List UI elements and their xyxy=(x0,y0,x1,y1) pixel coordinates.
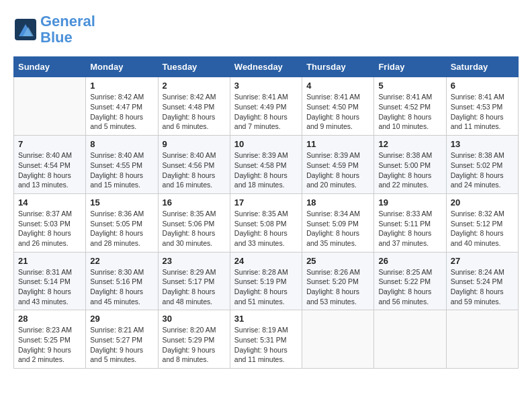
weekday-header-friday: Friday xyxy=(374,57,446,77)
calendar-cell: 19Sunrise: 8:33 AMSunset: 5:11 PMDayligh… xyxy=(374,193,446,252)
logo-text: General Blue xyxy=(40,13,95,46)
calendar-table: SundayMondayTuesdayWednesdayThursdayFrid… xyxy=(13,56,519,369)
calendar-cell: 29Sunrise: 8:21 AMSunset: 5:27 PMDayligh… xyxy=(86,310,158,369)
calendar-cell xyxy=(446,310,518,369)
calendar-cell: 15Sunrise: 8:36 AMSunset: 5:05 PMDayligh… xyxy=(86,193,158,252)
day-info: Sunrise: 8:25 AMSunset: 5:22 PMDaylight:… xyxy=(378,267,441,307)
calendar-cell: 22Sunrise: 8:30 AMSunset: 5:16 PMDayligh… xyxy=(86,252,158,310)
logo-line1: General xyxy=(40,13,95,30)
day-number: 7 xyxy=(18,139,81,149)
calendar-cell: 23Sunrise: 8:29 AMSunset: 5:17 PMDayligh… xyxy=(158,252,230,310)
day-info: Sunrise: 8:32 AMSunset: 5:12 PMDaylight:… xyxy=(451,209,514,248)
day-number: 6 xyxy=(451,81,514,91)
calendar-cell: 16Sunrise: 8:35 AMSunset: 5:06 PMDayligh… xyxy=(158,193,230,252)
weekday-header-saturday: Saturday xyxy=(446,57,518,77)
calendar-cell xyxy=(302,310,374,369)
calendar-cell: 5Sunrise: 8:41 AMSunset: 4:52 PMDaylight… xyxy=(374,77,446,136)
calendar-cell: 21Sunrise: 8:31 AMSunset: 5:14 PMDayligh… xyxy=(14,252,86,310)
day-info: Sunrise: 8:35 AMSunset: 5:08 PMDaylight:… xyxy=(234,209,298,248)
day-number: 30 xyxy=(163,314,226,324)
day-info: Sunrise: 8:34 AMSunset: 5:09 PMDaylight:… xyxy=(306,209,369,248)
day-number: 28 xyxy=(18,314,81,324)
day-info: Sunrise: 8:28 AMSunset: 5:19 PMDaylight:… xyxy=(234,267,298,307)
calendar-cell: 1Sunrise: 8:42 AMSunset: 4:47 PMDaylight… xyxy=(86,77,158,136)
day-info: Sunrise: 8:38 AMSunset: 5:00 PMDaylight:… xyxy=(378,150,441,190)
day-number: 19 xyxy=(378,197,441,208)
day-number: 17 xyxy=(234,197,298,208)
day-info: Sunrise: 8:20 AMSunset: 5:29 PMDaylight:… xyxy=(163,325,226,365)
calendar-cell: 18Sunrise: 8:34 AMSunset: 5:09 PMDayligh… xyxy=(302,193,374,252)
day-info: Sunrise: 8:23 AMSunset: 5:25 PMDaylight:… xyxy=(18,325,81,365)
calendar-cell: 26Sunrise: 8:25 AMSunset: 5:22 PMDayligh… xyxy=(374,252,446,310)
day-info: Sunrise: 8:19 AMSunset: 5:31 PMDaylight:… xyxy=(234,325,298,365)
day-number: 11 xyxy=(306,139,369,149)
weekday-header-sunday: Sunday xyxy=(14,57,86,77)
day-number: 9 xyxy=(163,139,226,149)
day-number: 2 xyxy=(163,81,226,91)
weekday-header-row: SundayMondayTuesdayWednesdayThursdayFrid… xyxy=(14,57,519,77)
day-info: Sunrise: 8:41 AMSunset: 4:50 PMDaylight:… xyxy=(306,92,369,132)
calendar-week-row: 21Sunrise: 8:31 AMSunset: 5:14 PMDayligh… xyxy=(14,252,519,310)
day-info: Sunrise: 8:24 AMSunset: 5:24 PMDaylight:… xyxy=(451,267,514,307)
calendar-cell: 28Sunrise: 8:23 AMSunset: 5:25 PMDayligh… xyxy=(14,310,86,369)
day-number: 4 xyxy=(306,81,369,91)
logo: General Blue xyxy=(13,13,95,46)
day-number: 1 xyxy=(90,81,153,91)
day-info: Sunrise: 8:38 AMSunset: 5:02 PMDaylight:… xyxy=(451,150,514,190)
day-info: Sunrise: 8:26 AMSunset: 5:20 PMDaylight:… xyxy=(306,267,369,307)
day-number: 29 xyxy=(90,314,153,324)
day-info: Sunrise: 8:41 AMSunset: 4:53 PMDaylight:… xyxy=(451,92,514,132)
day-info: Sunrise: 8:40 AMSunset: 4:54 PMDaylight:… xyxy=(18,150,81,190)
day-info: Sunrise: 8:39 AMSunset: 4:58 PMDaylight:… xyxy=(234,150,298,190)
calendar-cell: 24Sunrise: 8:28 AMSunset: 5:19 PMDayligh… xyxy=(230,252,302,310)
day-number: 25 xyxy=(306,256,369,266)
calendar-body: 1Sunrise: 8:42 AMSunset: 4:47 PMDaylight… xyxy=(14,77,519,369)
calendar-cell: 27Sunrise: 8:24 AMSunset: 5:24 PMDayligh… xyxy=(446,252,518,310)
calendar-cell: 4Sunrise: 8:41 AMSunset: 4:50 PMDaylight… xyxy=(302,77,374,136)
day-info: Sunrise: 8:42 AMSunset: 4:48 PMDaylight:… xyxy=(163,92,226,132)
day-number: 12 xyxy=(378,139,441,149)
calendar-cell xyxy=(374,310,446,369)
day-number: 26 xyxy=(378,256,441,266)
day-info: Sunrise: 8:39 AMSunset: 4:59 PMDaylight:… xyxy=(306,150,369,190)
calendar-header: SundayMondayTuesdayWednesdayThursdayFrid… xyxy=(14,57,519,77)
day-number: 20 xyxy=(451,197,514,208)
day-info: Sunrise: 8:36 AMSunset: 5:05 PMDaylight:… xyxy=(90,209,153,248)
weekday-header-monday: Monday xyxy=(86,57,158,77)
weekday-header-thursday: Thursday xyxy=(302,57,374,77)
day-info: Sunrise: 8:29 AMSunset: 5:17 PMDaylight:… xyxy=(163,267,226,307)
day-number: 3 xyxy=(234,81,298,91)
day-info: Sunrise: 8:35 AMSunset: 5:06 PMDaylight:… xyxy=(163,209,226,248)
calendar-cell: 17Sunrise: 8:35 AMSunset: 5:08 PMDayligh… xyxy=(230,193,302,252)
day-info: Sunrise: 8:42 AMSunset: 4:47 PMDaylight:… xyxy=(90,92,153,132)
calendar-cell: 8Sunrise: 8:40 AMSunset: 4:55 PMDaylight… xyxy=(86,136,158,194)
calendar-week-row: 7Sunrise: 8:40 AMSunset: 4:54 PMDaylight… xyxy=(14,136,519,194)
calendar-cell: 31Sunrise: 8:19 AMSunset: 5:31 PMDayligh… xyxy=(230,310,302,369)
calendar-cell: 30Sunrise: 8:20 AMSunset: 5:29 PMDayligh… xyxy=(158,310,230,369)
day-number: 15 xyxy=(90,197,153,208)
day-info: Sunrise: 8:30 AMSunset: 5:16 PMDaylight:… xyxy=(90,267,153,307)
day-number: 10 xyxy=(234,139,298,149)
day-info: Sunrise: 8:40 AMSunset: 4:56 PMDaylight:… xyxy=(163,150,226,190)
day-info: Sunrise: 8:41 AMSunset: 4:49 PMDaylight:… xyxy=(234,92,298,132)
calendar-cell xyxy=(14,77,86,136)
calendar-cell: 20Sunrise: 8:32 AMSunset: 5:12 PMDayligh… xyxy=(446,193,518,252)
day-info: Sunrise: 8:37 AMSunset: 5:03 PMDaylight:… xyxy=(18,209,81,248)
day-number: 5 xyxy=(378,81,441,91)
weekday-header-wednesday: Wednesday xyxy=(230,57,302,77)
day-info: Sunrise: 8:41 AMSunset: 4:52 PMDaylight:… xyxy=(378,92,441,132)
day-info: Sunrise: 8:33 AMSunset: 5:11 PMDaylight:… xyxy=(378,209,441,248)
calendar-cell: 3Sunrise: 8:41 AMSunset: 4:49 PMDaylight… xyxy=(230,77,302,136)
day-number: 22 xyxy=(90,256,153,266)
day-number: 14 xyxy=(18,197,81,208)
calendar-cell: 7Sunrise: 8:40 AMSunset: 4:54 PMDaylight… xyxy=(14,136,86,194)
day-info: Sunrise: 8:31 AMSunset: 5:14 PMDaylight:… xyxy=(18,267,81,307)
weekday-header-tuesday: Tuesday xyxy=(158,57,230,77)
page-header: General Blue xyxy=(13,13,519,46)
day-info: Sunrise: 8:21 AMSunset: 5:27 PMDaylight:… xyxy=(90,325,153,365)
calendar-cell: 25Sunrise: 8:26 AMSunset: 5:20 PMDayligh… xyxy=(302,252,374,310)
calendar-cell: 9Sunrise: 8:40 AMSunset: 4:56 PMDaylight… xyxy=(158,136,230,194)
calendar-cell: 11Sunrise: 8:39 AMSunset: 4:59 PMDayligh… xyxy=(302,136,374,194)
calendar-cell: 2Sunrise: 8:42 AMSunset: 4:48 PMDaylight… xyxy=(158,77,230,136)
logo-line2: Blue xyxy=(40,29,73,46)
